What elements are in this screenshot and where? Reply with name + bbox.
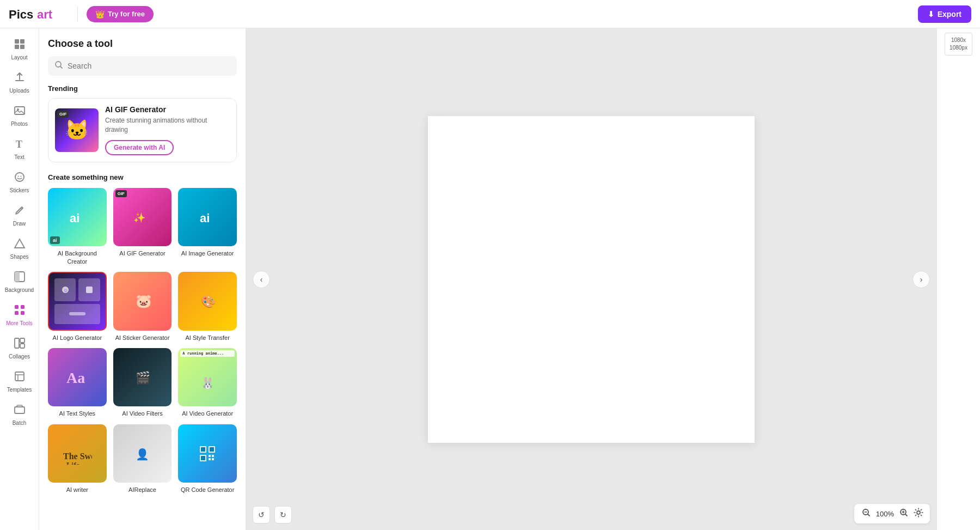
- tool-thumb-qr-code-gen: [178, 424, 237, 483]
- sidebar-label-photos: Photos: [11, 121, 28, 127]
- photos-icon: [14, 105, 26, 119]
- export-button[interactable]: ⬇ Export: [918, 5, 971, 23]
- svg-point-10: [17, 176, 19, 177]
- thumb-inner-ai-style-transfer: 🎨: [178, 272, 237, 331]
- svg-rect-14: [15, 272, 20, 282]
- settings-button[interactable]: [914, 508, 923, 520]
- sidebar-item-photos[interactable]: Photos: [0, 99, 39, 132]
- svg-rect-48: [209, 458, 211, 460]
- svg-rect-5: [20, 45, 24, 49]
- svg-text:T: T: [16, 139, 22, 150]
- canvas-white: [428, 116, 755, 443]
- tool-panel: Choose a tool Trending GIF 🐱 AI GIF Gene…: [39, 28, 246, 530]
- tool-card-ai-style-transfer[interactable]: 🎨 AI Style Transfer: [178, 272, 237, 342]
- svg-rect-20: [20, 338, 24, 343]
- sidebar-item-uploads[interactable]: Uploads: [0, 66, 39, 99]
- svg-rect-46: [209, 455, 211, 457]
- sidebar-label-templates: Templates: [7, 387, 32, 393]
- tool-thumb-ai-image-gen: ai: [178, 188, 237, 247]
- sidebar-item-layout[interactable]: Layout: [0, 33, 39, 66]
- tool-card-ai-bg-creator[interactable]: ai ai AI Background Creator: [48, 188, 107, 265]
- header-right: ⬇ Export: [918, 5, 971, 23]
- right-panel: 1080x 1080px: [936, 28, 980, 530]
- tool-thumb-ai-video-filters: 🎬: [113, 348, 172, 407]
- svg-rect-3: [20, 39, 24, 44]
- tool-card-qr-code-gen[interactable]: QR Code Generator: [178, 424, 237, 494]
- tool-card-ai-image-gen[interactable]: ai AI Image Generator: [178, 188, 237, 265]
- sidebar-label-batch: Batch: [13, 420, 27, 426]
- svg-rect-6: [15, 107, 24, 114]
- zoom-in-button[interactable]: [898, 507, 909, 520]
- sidebar-item-collages[interactable]: Collages: [0, 332, 39, 365]
- background-icon: [14, 271, 26, 285]
- search-input[interactable]: [68, 62, 230, 70]
- svg-rect-49: [212, 458, 214, 460]
- sidebar-item-stickers[interactable]: Stickers: [0, 166, 39, 199]
- main-container: Layout Uploads Photos T Text Stickers: [0, 28, 980, 530]
- canvas-nav-left-button[interactable]: ‹: [253, 271, 270, 288]
- tool-name-ai-video-filters: AI Video Filters: [122, 410, 162, 417]
- canvas-area: ‹ › ↺ ↻ 100%: [246, 28, 936, 530]
- canvas-size-box[interactable]: 1080x 1080px: [945, 33, 972, 56]
- thumb-inner-qr-code-gen: [178, 424, 237, 483]
- svg-text:☺: ☺: [63, 288, 68, 293]
- svg-text:🐰: 🐰: [201, 376, 215, 389]
- thumb-inner-ai-writer: The Sweet Life: [48, 424, 107, 483]
- svg-text:ai: ai: [200, 211, 210, 225]
- tool-card-ai-replace[interactable]: 👤 AIReplace: [113, 424, 172, 494]
- tool-card-ai-writer[interactable]: The Sweet Life AI writer: [48, 424, 107, 494]
- sidebar-label-more-tools: More Tools: [6, 320, 33, 326]
- redo-button[interactable]: ↻: [274, 506, 292, 523]
- stickers-icon: [14, 171, 26, 185]
- svg-text:✨: ✨: [133, 212, 146, 224]
- svg-rect-45: [201, 456, 205, 460]
- thumb-inner-ai-sticker-gen: 🐷: [113, 272, 172, 331]
- tool-card-ai-video-gen[interactable]: A running anime... 🐰 AI Video Generator: [178, 348, 237, 418]
- tools-grid: ai ai AI Background Creator GIF ✨ AI GIF…: [39, 188, 246, 503]
- svg-text:The Sweet: The Sweet: [63, 452, 92, 461]
- sidebar-label-draw: Draw: [13, 221, 26, 227]
- svg-rect-19: [15, 338, 19, 348]
- tool-thumb-ai-gif-gen: GIF ✨: [113, 188, 172, 247]
- batch-icon: [14, 404, 26, 418]
- generate-ai-button[interactable]: Generate with AI: [105, 140, 174, 155]
- thumb-inner-ai-image-gen: ai: [178, 188, 237, 247]
- tool-card-ai-sticker-gen[interactable]: 🐷 AI Sticker Generator: [113, 272, 172, 342]
- gif-badge-thumb-gif-gen: GIF: [115, 190, 127, 197]
- sidebar-label-uploads: Uploads: [9, 88, 29, 94]
- search-bar[interactable]: [48, 56, 237, 76]
- sidebar-item-batch[interactable]: Batch: [0, 398, 39, 431]
- svg-text:Pics: Pics: [9, 8, 33, 21]
- icon-sidebar: Layout Uploads Photos T Text Stickers: [0, 28, 39, 530]
- sidebar-item-more-tools[interactable]: More Tools: [0, 298, 39, 332]
- svg-rect-41: [201, 447, 205, 452]
- sidebar-item-templates[interactable]: Templates: [0, 365, 39, 398]
- crown-icon: 👑: [95, 10, 105, 19]
- layout-icon: [14, 38, 26, 52]
- tool-card-ai-gif-gen[interactable]: GIF ✨ AI GIF Generator: [113, 188, 172, 265]
- tool-card-ai-text-styles[interactable]: Aa AI Text Styles: [48, 348, 107, 418]
- tool-card-ai-logo-gen[interactable]: ☺ AI Logo Generator: [48, 272, 107, 342]
- svg-rect-17: [15, 311, 19, 315]
- tool-thumb-ai-text-styles: Aa: [48, 348, 107, 407]
- undo-button[interactable]: ↺: [253, 506, 270, 523]
- trending-thumb-image: 🐱: [65, 119, 89, 142]
- sidebar-label-shapes: Shapes: [10, 254, 29, 260]
- svg-text:art: art: [37, 8, 53, 21]
- tool-name-ai-logo-gen: AI Logo Generator: [53, 334, 102, 342]
- draw-icon: [14, 204, 26, 218]
- tool-card-ai-video-filters[interactable]: 🎬 AI Video Filters: [113, 348, 172, 418]
- sidebar-item-text[interactable]: T Text: [0, 132, 39, 166]
- sidebar-label-collages: Collages: [9, 354, 30, 360]
- zoom-out-button[interactable]: [861, 507, 872, 520]
- canvas-nav-right-button[interactable]: ›: [912, 271, 930, 288]
- header-divider: [77, 7, 78, 22]
- svg-text:🎨: 🎨: [201, 294, 216, 309]
- header: Pics art 👑 Try for free ⬇ Export: [0, 0, 980, 28]
- tool-name-ai-video-gen: AI Video Generator: [182, 410, 233, 417]
- sidebar-item-shapes[interactable]: Shapes: [0, 232, 39, 265]
- sidebar-item-draw[interactable]: Draw: [0, 199, 39, 232]
- try-free-button[interactable]: 👑 Try for free: [87, 6, 154, 22]
- zoom-value: 100%: [876, 510, 894, 518]
- sidebar-item-background[interactable]: Background: [0, 265, 39, 298]
